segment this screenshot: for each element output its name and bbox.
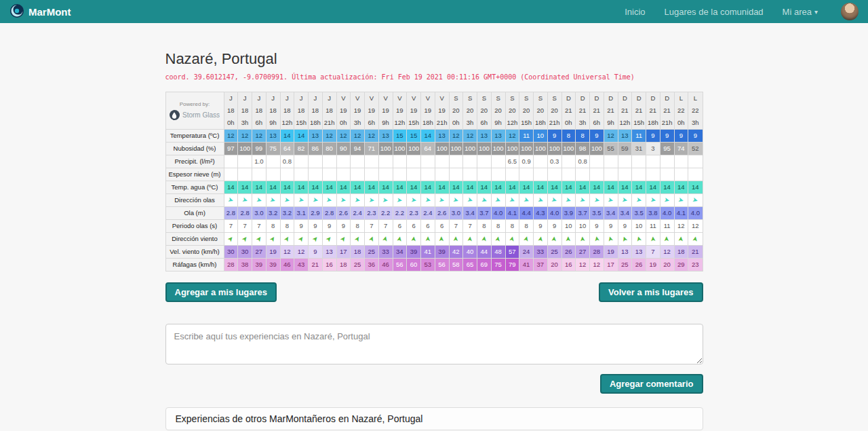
forecast-cell: 14	[590, 181, 604, 194]
wind-direction-arrow: ➤	[551, 236, 558, 242]
nav-user-menu[interactable]: Mi area ▾	[783, 7, 818, 17]
forecast-cell: ➤	[435, 194, 449, 207]
forecast-col-header: J1812h	[280, 92, 294, 130]
forecast-cell: 59	[618, 143, 632, 155]
forecast-cell: 21	[688, 246, 703, 259]
add-comment-button[interactable]: Agregar comentario	[600, 374, 703, 394]
user-avatar[interactable]	[841, 3, 859, 20]
forecast-cell: 3.5	[632, 207, 646, 220]
forecast-cell: 14	[604, 181, 618, 194]
forecast-cell: 9	[688, 130, 703, 143]
forecast-cell: 10	[632, 220, 646, 233]
wave-direction-arrow: ➤	[241, 196, 249, 204]
forecast-cell	[252, 168, 267, 181]
forecast-cell: ➤	[378, 233, 393, 246]
wave-direction-arrow: ➤	[354, 196, 361, 204]
forecast-cell	[604, 168, 618, 181]
forecast-cell: 0.3	[547, 155, 561, 168]
wave-direction-arrow: ➤	[312, 196, 319, 204]
forecast-cell: 14	[393, 181, 407, 194]
wind-direction-arrow: ➤	[522, 236, 530, 243]
experience-comment-input[interactable]	[165, 324, 703, 364]
forecast-cell: 3.7	[477, 207, 492, 220]
forecast-cell	[660, 168, 674, 181]
forecast-cell	[322, 155, 336, 168]
forecast-cell: 56	[393, 259, 407, 271]
forecast-cell	[435, 168, 449, 181]
forecast-cell: 12	[322, 130, 336, 143]
forecast-cell: 25	[351, 259, 365, 271]
forecast-cell: 9	[534, 220, 548, 233]
back-to-my-places-button[interactable]: Volver a mis lugares	[599, 282, 703, 302]
forecast-cell: 8	[266, 220, 280, 233]
forecast-col-header: V196h	[365, 92, 379, 130]
forecast-cell: 71	[365, 143, 379, 155]
forecast-cell: 9	[322, 220, 336, 233]
forecast-cell: 14	[646, 181, 660, 194]
forecast-cell: 3.4	[604, 207, 618, 220]
forecast-cell	[294, 168, 309, 181]
forecast-cell: 8	[561, 130, 576, 143]
forecast-cell: 100	[393, 143, 407, 155]
comment-button-row: Agregar comentario	[165, 374, 703, 394]
brand-logo[interactable]: MarMont	[9, 3, 71, 20]
forecast-cell	[336, 155, 351, 168]
forecast-cell: ➤	[421, 194, 435, 207]
forecast-cell: 14	[365, 181, 379, 194]
forecast-cell: 9	[618, 220, 632, 233]
forecast-cell: 14	[660, 181, 674, 194]
wind-direction-arrow: ➤	[439, 236, 446, 242]
nav-link-lugares-comunidad[interactable]: Lugares de la comunidad	[665, 7, 764, 17]
wave-direction-arrow: ➤	[565, 196, 572, 204]
forecast-cell: 100	[534, 143, 548, 155]
forecast-cell: 10	[534, 130, 548, 143]
forecast-cell	[421, 168, 435, 181]
forecast-cell: 11	[632, 130, 646, 143]
forecast-cell: ➤	[322, 194, 336, 207]
forecast-col-header: S200h	[449, 92, 463, 130]
forecast-cell: 13	[618, 246, 632, 259]
forecast-cell	[688, 155, 703, 168]
forecast-cell: ➤	[463, 233, 477, 246]
forecast-cell: 12	[238, 130, 252, 143]
forecast-cell: 6	[393, 220, 407, 233]
forecast-cell: 9	[604, 220, 618, 233]
forecast-cell: ➤	[224, 233, 238, 246]
forecast-cell: 24	[519, 246, 534, 259]
forecast-cell: 13	[322, 246, 336, 259]
forecast-cell: 27	[576, 246, 590, 259]
add-to-my-places-button[interactable]: Agregar a mis lugares	[165, 282, 277, 302]
forecast-cell: 100	[491, 143, 505, 155]
wave-direction-arrow: ➤	[255, 196, 262, 204]
nav-link-inicio[interactable]: Inicio	[625, 7, 645, 17]
forecast-cell: 13	[477, 130, 492, 143]
forecast-cell: 11	[646, 220, 660, 233]
forecast-cell: ➤	[688, 233, 703, 246]
forecast-col-header: J186h	[252, 92, 267, 130]
forecast-cell: 14	[561, 181, 576, 194]
forecast-cell	[435, 155, 449, 168]
forecast-cell: ➤	[294, 233, 309, 246]
forecast-row-label: Temp. agua (ºC)	[165, 181, 224, 194]
forecast-cell: 12	[351, 130, 365, 143]
forecast-cell: 14	[224, 181, 238, 194]
forecast-cell	[477, 168, 492, 181]
forecast-cell: 7	[238, 220, 252, 233]
forecast-cell: 41	[519, 259, 534, 271]
forecast-cell: 6	[435, 220, 449, 233]
forecast-cell: 9	[336, 220, 351, 233]
forecast-cell: 7	[365, 220, 379, 233]
forecast-cell: 39	[266, 259, 280, 271]
forecast-cell: 3.2	[280, 207, 294, 220]
forecast-col-header: V199h	[378, 92, 393, 130]
forecast-cell: ➤	[351, 194, 365, 207]
forecast-cell: 14	[238, 181, 252, 194]
forecast-cell: 0.8	[280, 155, 294, 168]
forecast-cell: 33	[534, 246, 548, 259]
forecast-cell: 12	[688, 220, 703, 233]
wind-direction-arrow: ➤	[579, 236, 587, 242]
forecast-cell: 8	[519, 220, 534, 233]
wind-direction-arrow: ➤	[607, 236, 615, 243]
marmont-logo-icon	[9, 3, 24, 20]
forecast-col-header: J183h	[238, 92, 252, 130]
